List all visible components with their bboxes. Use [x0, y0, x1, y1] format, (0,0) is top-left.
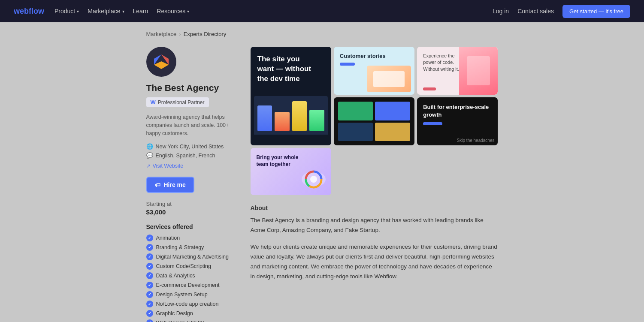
- breadcrumb-current: Experts Directory: [184, 31, 227, 37]
- breadcrumb-parent[interactable]: Marketplace: [146, 31, 177, 37]
- webflow-w-icon: W: [151, 99, 156, 105]
- breadcrumb-separator: ›: [179, 31, 181, 37]
- location-icon: 🌐: [146, 143, 153, 150]
- agency-name: The Best Agency: [146, 83, 239, 93]
- services-title: Services offered: [146, 223, 239, 230]
- page-container: Marketplace › Experts Directory The Best…: [138, 22, 507, 322]
- nav-item-product[interactable]: Product ▾: [54, 8, 79, 15]
- agency-location: 🌐 New York City, United States: [146, 143, 239, 150]
- about-section: About The Best Agency is a branding and …: [251, 205, 498, 282]
- nav-contact-button[interactable]: Contact sales: [517, 8, 554, 15]
- nav-logo[interactable]: webflow: [14, 7, 44, 16]
- hire-me-button[interactable]: 🏷 Hire me: [146, 177, 194, 193]
- service-data-analytics: ✓ Data & Analytics: [146, 272, 239, 279]
- avatar: [146, 47, 176, 77]
- chevron-down-icon: ▾: [77, 9, 79, 14]
- starting-label: Starting at: [146, 201, 239, 207]
- about-label: About: [251, 205, 498, 211]
- check-icon: ✓: [146, 282, 153, 289]
- navbar: webflow Product ▾ Marketplace ▾ Learn Re…: [0, 0, 644, 22]
- nav-item-resources[interactable]: Resources ▾: [157, 8, 189, 15]
- service-digital-marketing: ✓ Digital Marketing & Advertising: [146, 253, 239, 260]
- service-animation: ✓ Animation: [146, 235, 239, 241]
- sidebar: The Best Agency W Professional Partner A…: [146, 47, 239, 322]
- svg-point-4: [310, 176, 317, 183]
- service-graphic-design: ✓ Graphic Design: [146, 310, 239, 317]
- card-hero-text: The site you want — without the dev time: [257, 54, 313, 84]
- nav-item-marketplace[interactable]: Marketplace ▾: [88, 8, 124, 15]
- service-branding: ✓ Branding & Strategy: [146, 244, 239, 251]
- service-nocode: ✓ No/Low-code app creation: [146, 301, 239, 307]
- portfolio-card-4[interactable]: [334, 97, 414, 145]
- card-customer-title: Customer stories: [340, 53, 408, 59]
- service-custom-code: ✓ Custom Code/Scripting: [146, 263, 239, 270]
- portfolio-card-5[interactable]: Built for enterprise-scale growth Skip t…: [417, 97, 498, 145]
- check-icon: ✓: [146, 291, 153, 298]
- chevron-down-icon: ▾: [187, 9, 189, 14]
- about-paragraph-2: We help our clients create unique and me…: [251, 242, 498, 282]
- portfolio-grid: The site you want — without the dev time…: [251, 47, 498, 195]
- visit-website-link[interactable]: ↗ Visit Website: [146, 163, 239, 169]
- portfolio-card-1[interactable]: The site you want — without the dev time: [251, 47, 331, 145]
- starting-price: $3,000: [146, 208, 239, 216]
- nav-cta-button[interactable]: Get started — it's free: [562, 5, 630, 18]
- about-paragraph-1: The Best Agency is a branding and design…: [251, 216, 498, 235]
- portfolio-card-3[interactable]: Experience the power of code. Without wr…: [417, 47, 498, 95]
- nav-login-button[interactable]: Log in: [493, 8, 509, 15]
- language-icon: 💬: [146, 152, 153, 159]
- check-icon: ✓: [146, 319, 153, 322]
- portfolio-card-6[interactable]: Bring your whole team together: [251, 148, 331, 195]
- agency-logo-icon: [152, 53, 170, 71]
- card-power-text: Experience the power of code. Without wr…: [423, 53, 461, 72]
- check-icon: ✓: [146, 263, 153, 270]
- service-ecommerce: ✓ E-commerce Development: [146, 282, 239, 289]
- agency-description: Award-winning agency that helps companie…: [146, 113, 239, 137]
- check-icon: ✓: [146, 310, 153, 317]
- agency-languages: 💬 English, Spanish, French: [146, 152, 239, 159]
- breadcrumb: Marketplace › Experts Directory: [146, 31, 498, 37]
- service-web-design: ✓ Web Design (UI/UX): [146, 319, 239, 322]
- main-layout: The Best Agency W Professional Partner A…: [146, 47, 498, 322]
- check-icon: ✓: [146, 244, 153, 251]
- check-icon: ✓: [146, 301, 153, 307]
- card-enterprise-text: Built for enterprise-scale growth: [423, 103, 492, 119]
- partner-badge: W Professional Partner: [146, 97, 209, 107]
- external-link-icon: ↗: [146, 163, 151, 169]
- check-icon: ✓: [146, 253, 153, 260]
- nav-item-learn[interactable]: Learn: [133, 8, 148, 15]
- svg-marker-2: [154, 61, 169, 69]
- card-team-text: Bring your whole team together: [257, 154, 299, 168]
- chevron-down-icon: ▾: [122, 9, 124, 14]
- chart-visualization: [300, 170, 328, 189]
- hire-icon: 🏷: [155, 182, 160, 188]
- check-icon: ✓: [146, 272, 153, 279]
- check-icon: ✓: [146, 235, 153, 241]
- services-list: ✓ Animation ✓ Branding & Strategy ✓ Digi…: [146, 235, 239, 322]
- service-design-system: ✓ Design System Setup: [146, 291, 239, 298]
- portfolio-card-2[interactable]: Customer stories: [334, 47, 414, 95]
- content-area: The site you want — without the dev time…: [251, 47, 498, 322]
